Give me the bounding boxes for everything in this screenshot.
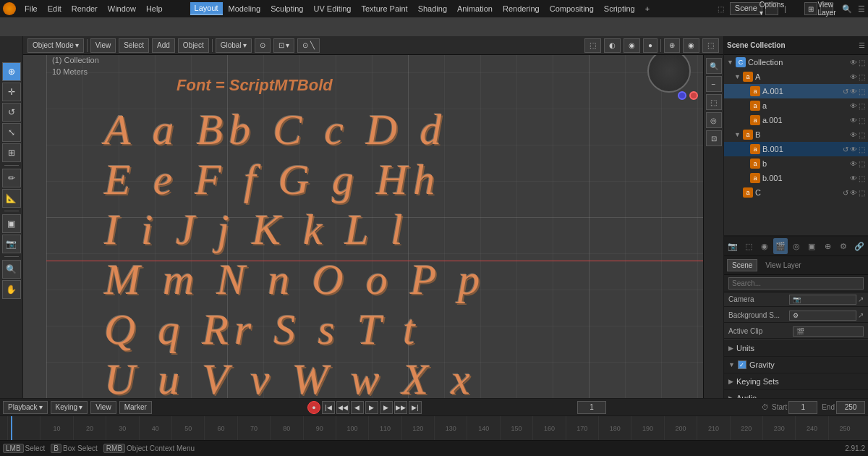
filter-icon[interactable]: ☰: [859, 41, 865, 49]
section-units-header[interactable]: ▶ Units: [724, 340, 868, 356]
view-layer-selector[interactable]: View Layer: [820, 2, 833, 15]
screen-icon-a001[interactable]: ⬚: [859, 117, 865, 124]
layout-tab-uv[interactable]: UV Editing: [309, 3, 355, 14]
object-menu[interactable]: Object: [178, 38, 209, 53]
screen-icon-A[interactable]: ⬚: [859, 73, 865, 81]
section-keying-header[interactable]: ▶ Keying Sets: [724, 373, 868, 389]
collection-item-A[interactable]: ▼ a A 👁 ⬚: [724, 69, 868, 84]
sub-icon-world[interactable]: ◎: [789, 238, 804, 254]
overlay-toggle[interactable]: ◉: [683, 38, 699, 53]
xray-toggle[interactable]: ⬚: [702, 38, 719, 53]
tl-btn-jump-end[interactable]: ▶|: [409, 401, 422, 414]
collection-item-B001[interactable]: a B.001 ↺ 👁 ⬚: [724, 142, 868, 156]
tl-btn-prev-key[interactable]: ◀◀: [336, 401, 349, 414]
tool-pan[interactable]: ✋: [2, 280, 21, 299]
gizmo-z-positive[interactable]: [678, 91, 686, 100]
viewport-shading-rendered[interactable]: ●: [643, 38, 658, 53]
refresh-icon-B001[interactable]: ↺: [843, 145, 848, 153]
nav-local[interactable]: ◎: [706, 112, 722, 128]
screen-icon-a[interactable]: ⬚: [859, 102, 865, 110]
collection-item-C[interactable]: a C ↺ 👁 ⬚: [724, 185, 868, 200]
timeline-playback-btn[interactable]: Playback ▾: [3, 401, 48, 414]
properties-search-input[interactable]: [728, 277, 864, 290]
collection-item-a[interactable]: a a 👁 ⬚: [724, 98, 868, 113]
view-menu[interactable]: View: [90, 38, 116, 53]
collection-item-B[interactable]: ▼ a B 👁 ⬚: [724, 127, 868, 142]
gizmo-z-negative[interactable]: [689, 91, 698, 100]
screen-icon-B[interactable]: ⬚: [859, 131, 865, 139]
viewport[interactable]: Top Orthographic (1) Collection 10 Meter…: [46, 36, 723, 440]
camera-field[interactable]: 📷: [789, 295, 857, 305]
screen-icon-B001[interactable]: ⬚: [859, 145, 865, 153]
layout-tab-compositing[interactable]: Compositing: [545, 3, 598, 14]
menu-edit[interactable]: Edit: [43, 3, 66, 14]
filter-btn[interactable]: ☰: [858, 4, 865, 14]
transform-orientation[interactable]: Global ▾: [216, 38, 252, 53]
eye-icon-a[interactable]: 👁: [850, 102, 857, 110]
viewport-shading-solid[interactable]: ◐: [604, 38, 621, 53]
refresh-icon-C[interactable]: ↺: [843, 189, 848, 197]
layout-tab-sculpting[interactable]: Sculpting: [266, 3, 307, 14]
refresh-icon-A001[interactable]: ↺: [843, 88, 848, 96]
workspace-icon[interactable]: ⊞: [804, 2, 817, 15]
snap-btn[interactable]: ⊡ ▾: [273, 38, 295, 53]
bg-link-icon[interactable]: ↗: [858, 311, 864, 319]
tool-add-camera[interactable]: 📷: [2, 235, 21, 253]
collection-item-b[interactable]: a b 👁 ⬚: [724, 156, 868, 171]
viewport-shading-material[interactable]: ◉: [624, 38, 640, 53]
menu-file[interactable]: File: [20, 3, 42, 14]
layout-tab-layout[interactable]: Layout: [190, 2, 223, 15]
eye-icon-a001[interactable]: 👁: [850, 117, 857, 124]
proportional-btn[interactable]: ⊙ ╲: [297, 38, 320, 53]
sub-icon-scene[interactable]: 🎬: [773, 238, 788, 254]
prop-tab-scene[interactable]: Scene: [727, 259, 757, 271]
tool-transform[interactable]: ⊞: [2, 143, 21, 162]
menu-help[interactable]: Help: [142, 3, 167, 14]
eye-icon-B[interactable]: 👁: [850, 131, 857, 139]
tool-view[interactable]: 🔍: [2, 260, 21, 279]
nav-zoom-out[interactable]: −: [706, 76, 722, 92]
eye-icon-b[interactable]: 👁: [850, 160, 857, 168]
layout-tab-scripting[interactable]: Scripting: [600, 3, 639, 14]
collection-item-A001[interactable]: a A.001 ↺ 👁 ⬚: [724, 84, 868, 98]
eye-icon-A[interactable]: 👁: [850, 73, 857, 81]
layout-tab-add[interactable]: +: [641, 3, 654, 14]
tl-btn-prev-frame[interactable]: ◀: [351, 401, 364, 414]
pivot-btn[interactable]: ⊙: [255, 38, 271, 53]
tl-btn-record[interactable]: ●: [307, 401, 320, 414]
collection-item-root[interactable]: ▼ C Collection 👁 ⬚: [724, 55, 868, 69]
start-frame-input[interactable]: [788, 401, 817, 414]
tl-btn-next-frame[interactable]: ▶: [380, 401, 393, 414]
end-frame-input[interactable]: [836, 401, 865, 414]
collection-item-b001[interactable]: a b.001 👁 ⬚: [724, 171, 868, 185]
tool-add-cube[interactable]: ▣: [2, 214, 21, 233]
screen-icon-b[interactable]: ⬚: [859, 160, 865, 168]
timeline-frame-input[interactable]: 1: [577, 401, 606, 414]
sub-icon-render[interactable]: 📷: [726, 238, 740, 254]
background-field[interactable]: ⚙: [789, 311, 857, 321]
screen-icon-C[interactable]: ⬚: [859, 189, 865, 197]
layout-tab-texture[interactable]: Texture Paint: [357, 3, 412, 14]
section-gravity-header[interactable]: ▼ ✓ Gravity: [724, 357, 868, 373]
layout-tab-modeling[interactable]: Modeling: [224, 3, 265, 14]
select-menu[interactable]: Select: [119, 38, 149, 53]
sub-icon-output[interactable]: ⬚: [741, 238, 756, 254]
tool-cursor[interactable]: ⊕: [2, 62, 21, 81]
timeline-view-btn[interactable]: View: [90, 401, 116, 414]
options-btn[interactable]: Options ▾: [765, 2, 778, 15]
eye-icon[interactable]: 👁: [850, 59, 857, 67]
collection-item-a001[interactable]: a a.001 👁 ⬚: [724, 113, 868, 127]
screen-icon[interactable]: ⬚: [859, 59, 865, 67]
gravity-checkbox[interactable]: ✓: [738, 360, 746, 369]
scene-selector[interactable]: Scene: [730, 2, 762, 15]
timeline-keying-btn[interactable]: Keying ▾: [51, 401, 88, 414]
tool-annotate[interactable]: ✏: [2, 169, 21, 187]
gizmo-circle[interactable]: [647, 49, 691, 93]
object-mode-btn[interactable]: Object Mode ▾: [27, 38, 84, 53]
sub-icon-physics[interactable]: ⚙: [836, 238, 851, 254]
eye-icon-B001[interactable]: 👁: [850, 145, 857, 153]
nav-perspective[interactable]: ⊡: [706, 130, 722, 146]
tl-btn-jump-start[interactable]: |◀: [322, 401, 335, 414]
menu-render[interactable]: Render: [67, 3, 102, 14]
layout-tab-shading[interactable]: Shading: [414, 3, 451, 14]
